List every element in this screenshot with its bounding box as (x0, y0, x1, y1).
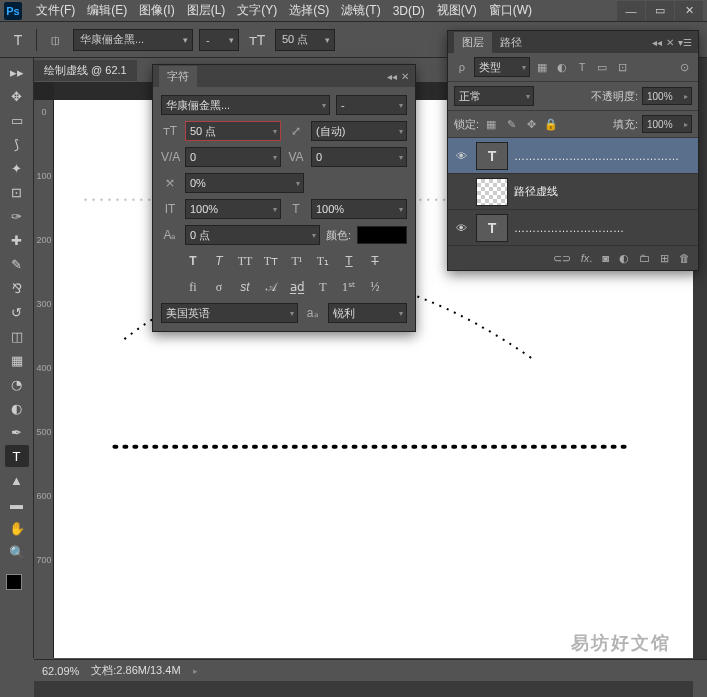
horizontal-scrollbar[interactable] (34, 681, 693, 697)
adjustment-icon[interactable]: ◐ (619, 252, 629, 265)
lasso-tool[interactable]: ⟆ (5, 133, 29, 155)
menu-view[interactable]: 视图(V) (431, 0, 483, 21)
fraction-button[interactable]: 1ˢᵗ (338, 277, 360, 297)
baseline-pct-field[interactable]: 0% (185, 173, 304, 193)
baseline-shift-field[interactable]: 0 点 (185, 225, 320, 245)
lock-move-icon[interactable]: ✥ (523, 116, 539, 132)
bold-button[interactable]: T (182, 251, 204, 271)
blend-mode-select[interactable]: 正常 (454, 86, 534, 106)
document-tab[interactable]: 绘制虚线 @ 62.1 (34, 60, 137, 81)
language-select[interactable]: 美国英语 (161, 303, 298, 323)
crop-tool[interactable]: ⊡ (5, 181, 29, 203)
allcaps-button[interactable]: TT (234, 251, 256, 271)
font-size-field[interactable]: 50 点 (185, 121, 281, 141)
filter-type-icon[interactable]: T (574, 59, 590, 75)
underline-button[interactable]: T (338, 251, 360, 271)
layer-name[interactable]: ……………………………………… (514, 150, 679, 162)
zoom-tool[interactable]: 🔍 (5, 541, 29, 563)
menu-select[interactable]: 选择(S) (283, 0, 335, 21)
layer-mask-icon[interactable]: ◙ (602, 252, 609, 264)
menu-window[interactable]: 窗口(W) (483, 0, 538, 21)
close-icon[interactable]: ✕ (401, 71, 409, 82)
tab-character[interactable]: 字符 (159, 66, 197, 87)
healing-tool[interactable]: ✚ (5, 229, 29, 251)
delete-layer-icon[interactable]: 🗑 (679, 252, 690, 264)
minimize-button[interactable]: — (617, 1, 645, 21)
layer-item[interactable]: 👁 T ………………………… (448, 210, 698, 246)
smallcaps-button[interactable]: Tᴛ (260, 251, 282, 271)
filter-type-select[interactable]: 类型 (474, 57, 530, 77)
menu-file[interactable]: 文件(F) (30, 0, 81, 21)
hscale-field[interactable]: 100% (311, 199, 407, 219)
filter-pixel-icon[interactable]: ▦ (534, 59, 550, 75)
gradient-tool[interactable]: ▦ (5, 349, 29, 371)
stylistic-button[interactable]: st (234, 277, 256, 297)
font-style-select[interactable]: - (199, 29, 239, 51)
eyedropper-tool[interactable]: ✑ (5, 205, 29, 227)
path-select-tool[interactable]: ▲ (5, 469, 29, 491)
shape-tool[interactable]: ▬ (5, 493, 29, 515)
filter-smart-icon[interactable]: ⊡ (614, 59, 630, 75)
visibility-toggle[interactable]: 👁 (452, 150, 470, 162)
move-tool[interactable]: ✥ (5, 85, 29, 107)
menu-icon[interactable]: ▾☰ (678, 37, 692, 48)
ordinal-button[interactable]: T (312, 277, 334, 297)
menu-3d[interactable]: 3D(D) (387, 2, 431, 20)
menu-image[interactable]: 图像(I) (133, 0, 180, 21)
superscript-button[interactable]: T¹ (286, 251, 308, 271)
antialias-select[interactable]: 锐利 (328, 303, 407, 323)
lock-trans-icon[interactable]: ▦ (483, 116, 499, 132)
collapse-icon[interactable]: ▸▸ (5, 61, 29, 83)
strikethrough-button[interactable]: T (364, 251, 386, 271)
brush-tool[interactable]: ✎ (5, 253, 29, 275)
swash-button[interactable]: 𝒜 (260, 277, 282, 297)
magic-wand-tool[interactable]: ✦ (5, 157, 29, 179)
fill-field[interactable]: 100% (642, 115, 692, 133)
foreground-color-swatch[interactable] (6, 574, 22, 590)
font-size-select[interactable]: 50 点 (275, 29, 335, 51)
tab-paths[interactable]: 路径 (492, 32, 530, 53)
new-layer-icon[interactable]: ⊞ (660, 252, 669, 265)
filter-adj-icon[interactable]: ◐ (554, 59, 570, 75)
type-tool[interactable]: T (5, 445, 29, 467)
subscript-button[interactable]: T₁ (312, 251, 334, 271)
text-color-swatch[interactable] (357, 226, 407, 244)
titling-button[interactable]: a̲d̲ (286, 277, 308, 297)
eraser-tool[interactable]: ◫ (5, 325, 29, 347)
fractions-button[interactable]: ½ (364, 277, 386, 297)
layer-fx-icon[interactable]: fx. (581, 252, 593, 264)
link-layers-icon[interactable]: ⊂⊃ (553, 252, 571, 265)
group-icon[interactable]: 🗀 (639, 252, 650, 264)
filter-toggle[interactable]: ⊙ (676, 59, 692, 75)
marquee-tool[interactable]: ▭ (5, 109, 29, 131)
visibility-toggle[interactable]: 👁 (452, 222, 470, 234)
italic-button[interactable]: T (208, 251, 230, 271)
blur-tool[interactable]: ◔ (5, 373, 29, 395)
vscale-field[interactable]: 100% (185, 199, 281, 219)
layer-item[interactable]: 路径虚线 (448, 174, 698, 210)
pen-tool[interactable]: ✒ (5, 421, 29, 443)
opacity-field[interactable]: 100% (642, 87, 692, 105)
layer-name[interactable]: 路径虚线 (514, 184, 558, 199)
tracking-field[interactable]: 0 (311, 147, 407, 167)
maximize-button[interactable]: ▭ (646, 1, 674, 21)
layer-item[interactable]: 👁 T ……………………………………… (448, 138, 698, 174)
close-button[interactable]: ✕ (675, 1, 703, 21)
layer-name[interactable]: ………………………… (514, 222, 624, 234)
menu-filter[interactable]: 滤镜(T) (335, 0, 386, 21)
dodge-tool[interactable]: ◐ (5, 397, 29, 419)
font-style-field[interactable]: - (336, 95, 407, 115)
hand-tool[interactable]: ✋ (5, 517, 29, 539)
lock-paint-icon[interactable]: ✎ (503, 116, 519, 132)
font-family-select[interactable]: 华康俪金黑... (73, 29, 193, 51)
zoom-level[interactable]: 62.09% (42, 665, 79, 677)
filter-shape-icon[interactable]: ▭ (594, 59, 610, 75)
oldstyle-button[interactable]: σ (208, 277, 230, 297)
font-family-field[interactable]: 华康俪金黑... (161, 95, 330, 115)
lock-all-icon[interactable]: 🔒 (543, 116, 559, 132)
menu-edit[interactable]: 编辑(E) (81, 0, 133, 21)
text-orientation-icon[interactable]: ⎅ (43, 28, 67, 52)
close-icon[interactable]: ✕ (666, 37, 674, 48)
collapse-icon[interactable]: ◂◂ (387, 71, 397, 82)
ligature-button[interactable]: fi (182, 277, 204, 297)
